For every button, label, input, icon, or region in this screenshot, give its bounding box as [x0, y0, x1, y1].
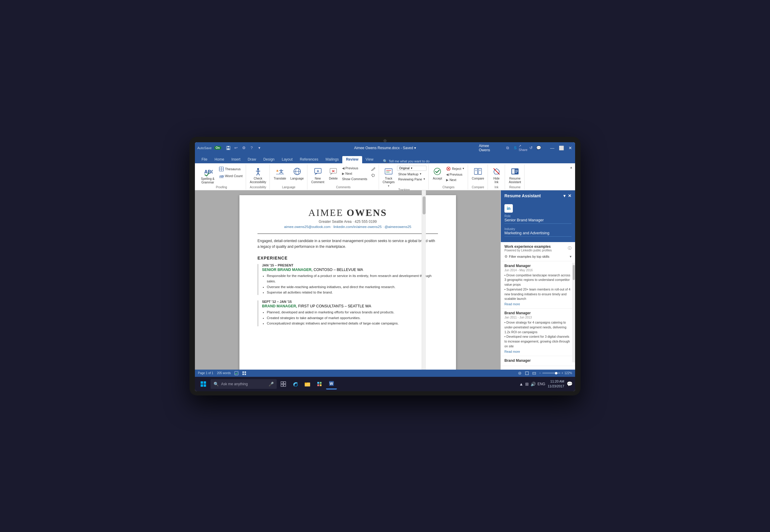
reply-comment-button[interactable]: [370, 172, 377, 178]
language-sys-icon[interactable]: ENG: [537, 382, 545, 386]
filter-dropdown-icon[interactable]: ▾: [570, 254, 571, 259]
clock[interactable]: 11:20 AM 11/23/2017: [548, 379, 564, 389]
zoom-slider[interactable]: [542, 373, 560, 374]
svg-rect-43: [512, 169, 515, 174]
status-bar: Page 1 of 1 205 words: [195, 370, 575, 377]
restore-icon[interactable]: ⧉: [505, 145, 510, 151]
volume-icon[interactable]: 🔊: [531, 382, 536, 386]
word-count-button[interactable]: ABC Word Count: [217, 173, 244, 179]
taskbar-search[interactable]: 🔍 Ask me anything 🎤: [211, 379, 277, 389]
language-button[interactable]: Language: [289, 166, 305, 181]
help-icon[interactable]: ?: [249, 145, 254, 151]
mic-icon[interactable]: 🎤: [269, 382, 274, 386]
show-comments-label: Show Comments: [342, 177, 367, 181]
tab-references[interactable]: References: [296, 156, 322, 163]
info-icon[interactable]: ⓘ: [568, 246, 571, 251]
tab-insert[interactable]: Insert: [228, 156, 244, 163]
network-icon[interactable]: ⊞: [525, 382, 529, 386]
ribbon-search[interactable]: 🔍 Tell me what you want to do: [383, 159, 430, 163]
panel-scroll-thumb[interactable]: [573, 265, 575, 280]
role-value[interactable]: Senior Brand Manager: [504, 218, 571, 224]
autosave-toggle[interactable]: On: [214, 146, 221, 150]
notification-icon[interactable]: 💬: [567, 381, 573, 387]
resume-assistant-button[interactable]: ResumeAssistant: [507, 166, 523, 185]
zoom-plus-button[interactable]: +: [562, 371, 563, 375]
share-icon[interactable]: ↗ Share: [520, 145, 526, 151]
assistant-close-icon[interactable]: ✕: [568, 193, 571, 198]
delete-comment-button[interactable]: Delete: [327, 166, 340, 181]
zoom-minus-button[interactable]: −: [539, 371, 541, 375]
tab-home[interactable]: Home: [211, 156, 228, 163]
status-layout-icon[interactable]: [242, 371, 246, 375]
close-button[interactable]: ✕: [568, 146, 573, 150]
customize-icon[interactable]: ⚙: [241, 145, 247, 151]
read-more-1[interactable]: Read more: [504, 302, 571, 306]
store-button[interactable]: [314, 379, 325, 389]
work-card-2-title: Brand Manager: [504, 311, 571, 315]
job2-date: SEPT '12 – JAN '15: [262, 300, 438, 303]
spelling-grammar-button[interactable]: ABC Spelling &Grammar: [199, 166, 216, 186]
chevron-up-icon[interactable]: ▲: [519, 382, 523, 386]
hide-ink-button[interactable]: HideInk: [490, 166, 503, 185]
accept-button[interactable]: Accept: [431, 166, 444, 181]
work-card-1-date: Jun 2014 - May 2016: [504, 269, 571, 272]
compare-button[interactable]: Compare: [470, 166, 486, 181]
work-card-2-bullets: • Drove strategy for 4 campaigns caterin…: [504, 320, 571, 349]
save-icon[interactable]: [226, 145, 231, 151]
skype-icon[interactable]: S: [513, 145, 518, 151]
view-print-icon[interactable]: [525, 371, 529, 375]
tab-layout[interactable]: Layout: [278, 156, 296, 163]
svg-rect-59: [201, 384, 203, 387]
panel-scrollbar[interactable]: [572, 263, 575, 362]
assistant-title: Resume Assistant: [504, 193, 541, 198]
show-markup-button[interactable]: Show Markup ▼: [397, 172, 427, 177]
translate-button[interactable]: a 文 Translate: [272, 166, 288, 181]
assistant-collapse-icon[interactable]: ▾: [563, 193, 565, 198]
vertical-scrollbar[interactable]: [422, 190, 426, 370]
taskview-button[interactable]: [278, 379, 289, 389]
original-dropdown[interactable]: Original ▼: [397, 166, 427, 171]
next-label: Next: [345, 172, 352, 175]
history-icon[interactable]: ↺: [528, 145, 534, 151]
tab-file[interactable]: File: [198, 156, 211, 163]
next-change-button[interactable]: ▶ Next: [445, 177, 466, 183]
show-comments-button[interactable]: Show Comments: [341, 177, 368, 181]
undo-icon[interactable]: ↩: [233, 145, 239, 151]
quick-access-icon[interactable]: ▾: [257, 145, 262, 151]
edit-comment-button[interactable]: [370, 166, 377, 172]
thesaurus-button[interactable]: Thesaurus: [217, 166, 244, 172]
word-button[interactable]: W: [326, 379, 337, 389]
check-accessibility-button[interactable]: CheckAccessibility: [248, 166, 268, 185]
previous-change-button[interactable]: ◀ Previous: [445, 172, 466, 177]
work-card-3: Brand Manager: [501, 356, 575, 366]
edge-button[interactable]: [290, 379, 301, 389]
reviewing-pane-button[interactable]: Reviewing Pane ▼: [397, 177, 427, 182]
tab-design[interactable]: Design: [260, 156, 278, 163]
previous-comment-button[interactable]: ◀ Previous: [341, 166, 368, 171]
maximize-button[interactable]: ⬜: [559, 146, 564, 150]
status-words: 205 words: [217, 371, 231, 375]
view-read-icon[interactable]: [518, 371, 522, 375]
scroll-thumb[interactable]: [423, 196, 426, 214]
file-explorer-button[interactable]: [302, 379, 313, 389]
resume-links: aimee.owens25@outlook.com · linkedin.com…: [257, 225, 438, 229]
doc-scroll[interactable]: AIMEE OWENS Greater Seattle Area · 425 5…: [195, 190, 501, 370]
view-web-icon[interactable]: [532, 371, 536, 375]
ribbon-collapse[interactable]: ▲: [570, 165, 573, 189]
tab-mailings[interactable]: Mailings: [322, 156, 342, 163]
comments-content: NewComment Delete: [310, 165, 377, 186]
new-comment-button[interactable]: NewComment: [310, 166, 326, 185]
work-card-2: Brand Manager Jan 2011 - Jun 2013 • Drov…: [501, 309, 575, 356]
track-changes-button[interactable]: TrackChanges ▼: [381, 166, 396, 188]
start-button[interactable]: [197, 378, 209, 390]
reject-button[interactable]: Reject ▼: [445, 166, 466, 172]
minimize-button[interactable]: —: [550, 146, 555, 150]
industry-value[interactable]: Marketing and Advertising: [504, 231, 571, 237]
tab-review[interactable]: Review: [342, 156, 362, 163]
tab-view[interactable]: View: [362, 156, 377, 163]
comments-nav-icon[interactable]: 💬: [536, 145, 541, 151]
tab-draw[interactable]: Draw: [244, 156, 260, 163]
status-proofing-icon[interactable]: [234, 371, 239, 375]
next-comment-button[interactable]: ▶ Next: [341, 171, 368, 176]
read-more-2[interactable]: Read more: [504, 350, 571, 353]
